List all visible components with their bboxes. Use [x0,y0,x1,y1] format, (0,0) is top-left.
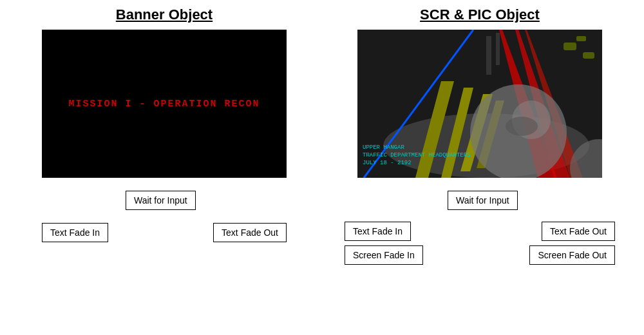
right-screen-fade-out-box[interactable]: Screen Fade Out [529,245,615,265]
right-title: SCR & PIC Object [420,6,540,23]
right-text-fade-out-box[interactable]: Text Fade Out [542,222,615,241]
left-text-fade-in-box[interactable]: Text Fade In [42,223,108,242]
svg-point-12 [506,117,538,136]
scr-preview: UPPER HANGAR TRAFFIC DEPARTMENT HEADQUAR… [357,30,602,178]
banner-text: MISSION I - OPERATION RECON [68,99,260,110]
left-title: Banner Object [116,6,213,23]
scr-text-line2: TRAFFIC DEPARTMENT HEADQUARTERS [363,152,470,158]
right-text-fade-in-box[interactable]: Text Fade In [345,222,411,241]
left-wait-box[interactable]: Wait for Input [126,191,196,210]
banner-preview: MISSION I - OPERATION RECON [42,30,287,178]
svg-rect-17 [576,36,586,41]
right-wait-box[interactable]: Wait for Input [448,191,518,210]
scr-text-line3: JULY 18 - 2192 [363,160,412,166]
left-text-fade-out-box[interactable]: Text Fade Out [213,223,287,242]
left-diagram: Wait for Input Text Fade In Text Fade Ou… [42,191,287,265]
svg-rect-14 [496,33,500,65]
svg-rect-16 [583,52,594,59]
svg-rect-13 [486,36,491,75]
right-diagram: Wait for Input Text Fade In Text Fade Ou… [345,191,615,265]
svg-rect-15 [564,43,576,50]
right-screen-fade-in-box[interactable]: Screen Fade In [345,245,423,265]
scr-text-line1: UPPER HANGAR [363,144,404,151]
